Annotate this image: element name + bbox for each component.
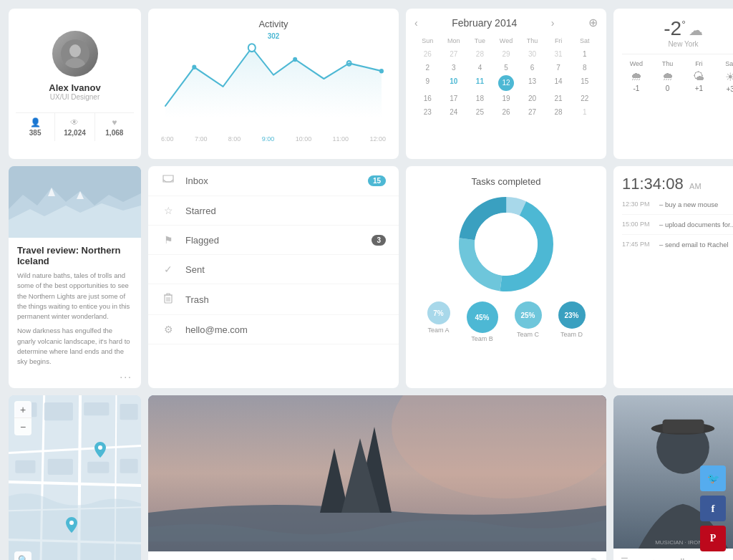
person-pause-button[interactable]: ⏸: [678, 556, 686, 560]
email-inbox[interactable]: Inbox 15: [148, 166, 399, 196]
clock-time: 11:34:08 AM: [622, 175, 702, 193]
donut-chart: [416, 194, 596, 294]
schedule-item-2: 17:45 PM – send email to Rachel: [622, 241, 733, 254]
forecast-sat: Sat ☀ +3: [716, 60, 733, 93]
map-pin-3[interactable]: [66, 517, 77, 536]
email-card: Inbox 15 ☆ Starred ⚑ Flagged 3 ✓ Sent Tr…: [148, 166, 399, 388]
flagged-badge: 3: [372, 235, 386, 246]
team-c-label: Team C: [517, 331, 539, 338]
schedule-item-0: 12:30 PM – buy a new mouse: [622, 201, 733, 215]
weather-card: -2° ☁ New York Wed 🌧 -1 Thu 🌧 0 Fri 🌤 +1: [613, 9, 733, 159]
profile-stats: 👤 385 👁 12,024 ♥ 1,068: [16, 112, 134, 141]
forecast-fri: Fri 🌤 +1: [685, 60, 714, 93]
svg-rect-29: [120, 404, 138, 420]
inbox-label: Inbox: [185, 175, 368, 186]
weather-forecast: Wed 🌧 -1 Thu 🌧 0 Fri 🌤 +1 Sat ☀ +3: [622, 54, 733, 93]
map-zoom-out[interactable]: −: [14, 418, 31, 435]
twitter-button[interactable]: 🐦: [700, 465, 726, 491]
svg-point-34: [98, 445, 102, 450]
pinterest-button[interactable]: P: [700, 526, 726, 551]
team-a-bubble: 7%: [427, 301, 450, 324]
inbox-icon: [161, 175, 175, 187]
calendar-month-title: February 2014: [452, 17, 517, 29]
sent-label: Sent: [185, 264, 386, 275]
flagged-icon: ⚑: [161, 234, 175, 246]
facebook-icon: f: [712, 503, 715, 515]
svg-rect-31: [48, 459, 73, 475]
weather-temp: -2°: [664, 17, 686, 40]
email-settings[interactable]: ⚙ hello@me.com: [148, 315, 399, 344]
email-sent[interactable]: ✓ Sent: [148, 255, 399, 284]
calendar-next[interactable]: ›: [551, 17, 555, 29]
time-1200: 12:00: [369, 135, 386, 143]
blog-image: [9, 166, 141, 238]
team-c-bubble: 25%: [515, 301, 542, 329]
views-value: 12,024: [64, 129, 86, 137]
time-900: 9:00: [262, 135, 275, 143]
svg-rect-42: [663, 420, 704, 433]
mountain-svg: [9, 166, 141, 238]
calendar-week-3: 16 17 18 19 20 21 22: [414, 92, 598, 105]
person-next-button[interactable]: ›: [709, 556, 712, 560]
schedule-time-1: 15:00 PM: [622, 221, 659, 228]
calendar-grid: Sun Mon Tue Wed Thu Fri Sat 26 27 28 29 …: [414, 35, 598, 118]
time-800: 8:00: [228, 135, 241, 143]
flagged-label: Flagged: [185, 235, 372, 246]
team-d-bubble: 23%: [558, 301, 586, 329]
followers-value: 385: [29, 129, 42, 137]
profile-card: Alex Ivanov UX/UI Designer 👤 385 👁 12,02…: [9, 9, 141, 159]
starred-label: Starred: [185, 206, 386, 216]
team-b: 45% Team B: [467, 301, 498, 342]
clock-display: 11:34:08 AM ⊕: [622, 175, 733, 193]
calendar-prev[interactable]: ‹: [414, 17, 418, 29]
time-600: 6:00: [161, 135, 174, 143]
stat-followers[interactable]: 👤 385: [16, 113, 55, 141]
map-zoom-in[interactable]: +: [14, 401, 31, 418]
facebook-button[interactable]: f: [700, 496, 726, 521]
blog-content: Travel review: Northern Iceland Wild nat…: [9, 238, 141, 388]
social-card: 🐦 f P: [700, 465, 726, 551]
calendar-week-4: 23 24 25 26 27 28 1: [414, 106, 598, 118]
team-a: 7% Team A: [427, 301, 450, 342]
likes-value: 1,068: [105, 129, 123, 137]
twitter-icon: 🐦: [707, 473, 719, 484]
activity-chart: 302: [158, 32, 389, 132]
settings-icon: ⚙: [161, 324, 175, 335]
blog-title: Travel review: Northern Iceland: [17, 245, 132, 266]
avatar: [52, 31, 98, 77]
stat-views[interactable]: 👁 12,024: [55, 113, 94, 141]
team-b-bubble: 45%: [467, 301, 498, 333]
email-trash[interactable]: Trash: [148, 284, 399, 315]
weather-icon: ☁: [689, 21, 703, 39]
cal-header-mon: Mon: [441, 35, 467, 47]
team-c: 25% Team C: [515, 301, 542, 342]
calendar-week-0: 26 27 28 29 30 31 1: [414, 48, 598, 60]
svg-point-36: [69, 521, 74, 525]
time-1100: 11:00: [333, 135, 349, 143]
calendar-add[interactable]: ⊕: [588, 16, 598, 29]
activity-svg: [158, 32, 389, 125]
email-starred[interactable]: ☆ Starred: [148, 196, 399, 226]
stat-likes[interactable]: ♥ 1,068: [95, 113, 134, 141]
trash-label: Trash: [185, 294, 386, 305]
svg-rect-28: [84, 402, 109, 415]
chart-peak-value: 302: [268, 32, 280, 40]
team-a-label: Team A: [427, 327, 449, 334]
activity-title: Activity: [158, 19, 389, 29]
schedule-time-2: 17:45 PM: [622, 241, 659, 248]
activity-card: Activity 302: [148, 9, 399, 159]
cal-header-sun: Sun: [414, 35, 441, 47]
blog-card: Travel review: Northern Iceland Wild nat…: [9, 166, 141, 388]
time-700: 7:00: [195, 135, 208, 143]
email-flagged[interactable]: ⚑ Flagged 3: [148, 226, 399, 255]
inbox-badge: 15: [368, 175, 386, 186]
cal-header-fri: Fri: [545, 35, 572, 47]
map-search-button[interactable]: 🔍: [14, 551, 31, 560]
followers-icon: 👤: [30, 117, 41, 127]
cal-header-wed: Wed: [493, 35, 520, 47]
person-list-button[interactable]: ☰: [621, 556, 628, 560]
blog-more[interactable]: ···: [120, 371, 132, 382]
cal-header-tue: Tue: [467, 35, 493, 47]
person-prev-button[interactable]: ‹: [651, 556, 654, 560]
map-pin-1[interactable]: [94, 442, 106, 460]
